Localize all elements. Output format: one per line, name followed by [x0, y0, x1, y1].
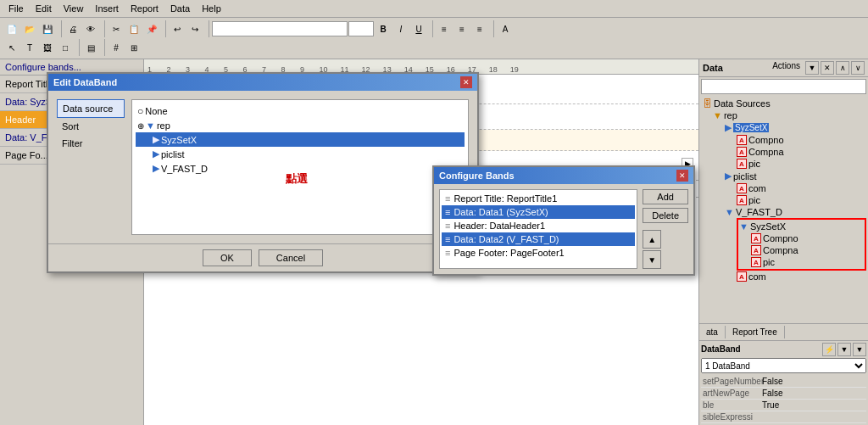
font-size-input[interactable]: [348, 21, 374, 36]
tb-paste[interactable]: 📌: [143, 20, 160, 37]
cfg-item-2[interactable]: ≡ Header: DataHeader1: [442, 219, 635, 232]
cfg-down-button[interactable]: ▼: [643, 250, 661, 269]
tb-band[interactable]: ▤: [82, 39, 99, 56]
tree-node-vfastd[interactable]: ▼ V_FAST_D: [701, 206, 866, 218]
tb-italic[interactable]: I: [392, 20, 409, 37]
tb-preview[interactable]: 👁: [82, 20, 99, 37]
tb-snap[interactable]: ⊞: [125, 39, 142, 56]
cfg-up-button[interactable]: ▲: [643, 230, 661, 249]
tab-data[interactable]: ata: [699, 326, 726, 338]
tb-bold[interactable]: B: [375, 20, 392, 37]
tree-node-pic-3[interactable]: A pic: [739, 256, 864, 268]
configure-bands-titlebar[interactable]: Configure Bands ✕: [434, 167, 693, 184]
tb-open[interactable]: 📂: [21, 20, 38, 37]
menu-insert[interactable]: Insert: [90, 2, 124, 15]
tb-sep-2: [102, 20, 105, 37]
tb-text[interactable]: T: [21, 39, 38, 56]
props-btn-1[interactable]: ⚡: [822, 343, 836, 356]
edit-databand-close[interactable]: ✕: [460, 76, 472, 88]
tree-node-compna-1[interactable]: A Compna: [701, 146, 866, 158]
font-family-input[interactable]: [212, 21, 348, 36]
tb-align-left[interactable]: ≡: [436, 20, 453, 37]
dst-label-vfastd: V_FAST_D: [161, 164, 208, 174]
menu-data[interactable]: Data: [165, 2, 195, 15]
tree-node-syzsetx-vfast[interactable]: ▼ SyzSetX: [739, 221, 864, 232]
tree-node-datasources[interactable]: 🗄 Data Sources: [701, 98, 866, 109]
configure-bands-dialog: Configure Bands ✕ ≡ Report Title: Report…: [432, 165, 695, 276]
table-icon-syzsetx: ▶: [725, 122, 732, 133]
tree-node-syzsetx[interactable]: ▶ SyzSetX: [701, 121, 866, 134]
dst-icon-piclist: ▶: [153, 148, 159, 159]
tab-report-tree[interactable]: Report Tree: [726, 326, 785, 338]
dst-piclist[interactable]: ▶ piclist: [136, 147, 465, 161]
configure-bands-body: ≡ Report Title: ReportTitle1 ≡ Data: Dat…: [434, 184, 693, 274]
tb-new[interactable]: 📄: [3, 20, 20, 37]
tree-label-compna1: Compna: [748, 147, 784, 157]
field-icon-a5: A: [737, 195, 747, 205]
tree-node-com-1[interactable]: A com: [701, 182, 866, 194]
menu-view[interactable]: View: [58, 2, 89, 15]
tb-redo[interactable]: ↪: [186, 20, 203, 37]
cfg-item-label-2: Header: DataHeader1: [453, 221, 545, 231]
tb-cut[interactable]: ✂: [108, 20, 125, 37]
tree-node-piclist[interactable]: ▶ piclist: [701, 170, 866, 182]
configure-bands-close[interactable]: ✕: [676, 170, 688, 182]
tb-undo[interactable]: ↩: [169, 20, 186, 37]
edit-databand-titlebar[interactable]: Edit DataBand ✕: [48, 74, 477, 91]
cfg-item-1[interactable]: ≡ Data: Data1 (SyzSetX): [442, 205, 635, 219]
field-icon-a8: A: [751, 257, 761, 267]
tb-color[interactable]: A: [497, 20, 514, 37]
cancel-button[interactable]: Cancel: [259, 249, 323, 266]
tree-node-compna-2[interactable]: A Compna: [739, 244, 864, 256]
ok-button[interactable]: OK: [203, 249, 252, 266]
prop-key-4: sibleExpressi: [701, 411, 760, 422]
tb-copy[interactable]: 📋: [125, 20, 142, 37]
tree-label-piclist: piclist: [733, 171, 757, 182]
cfg-item-4[interactable]: ≡ Page Footer: PageFooter1: [442, 246, 635, 260]
tb-shape[interactable]: □: [57, 39, 74, 56]
props-btn-2[interactable]: ▼: [837, 343, 851, 356]
rp-btn-down[interactable]: ∨: [851, 61, 865, 75]
tree-node-compno-1[interactable]: A Compno: [701, 134, 866, 146]
menu-edit[interactable]: Edit: [31, 2, 57, 15]
menu-report[interactable]: Report: [125, 2, 164, 15]
cfg-item-label-0: Report Title: ReportTitle1: [453, 193, 557, 204]
tree-node-rep[interactable]: ▼ rep: [701, 109, 866, 121]
nav-item-datasource[interactable]: Data source: [57, 99, 125, 118]
tb-print[interactable]: 🖨: [64, 20, 81, 37]
field-icon-a1: A: [737, 135, 747, 145]
tb-image[interactable]: 🖼: [39, 39, 56, 56]
add-band-button[interactable]: Add: [643, 189, 688, 204]
menu-help[interactable]: Help: [197, 2, 226, 15]
dst-none[interactable]: ○ None: [136, 103, 465, 119]
tb-align-center[interactable]: ≡: [453, 20, 470, 37]
search-input[interactable]: [701, 79, 866, 94]
tree-node-pic-1[interactable]: A pic: [701, 158, 866, 170]
tree-node-pic-2[interactable]: A pic: [701, 194, 866, 206]
menu-file[interactable]: File: [3, 2, 29, 15]
props-btn-3[interactable]: ▼: [853, 343, 866, 356]
field-icon-a4: A: [737, 183, 747, 193]
tree-node-com-2[interactable]: A com: [701, 271, 866, 282]
rp-btn-x[interactable]: ✕: [821, 61, 834, 75]
rp-btn-up[interactable]: ∧: [836, 61, 849, 75]
delete-band-button[interactable]: Delete: [643, 208, 688, 223]
props-dropdown[interactable]: 1 DataBand: [701, 358, 866, 373]
cfg-item-3[interactable]: ≡ Data: Data2 (V_FAST_D): [442, 232, 635, 246]
cfg-item-icon-1: ≡: [445, 207, 450, 217]
dst-syzsetx[interactable]: ▶ SyzSetX: [136, 132, 465, 147]
tree-node-compno-2[interactable]: A Compno: [739, 232, 864, 244]
dst-rep[interactable]: ⊕ ▼ rep: [136, 119, 465, 132]
tree-label-vfastd: V_FAST_D: [736, 207, 782, 217]
nav-item-filter[interactable]: Filter: [57, 135, 125, 152]
menubar: File Edit View Insert Report Data Help: [0, 0, 868, 18]
tb-save[interactable]: 💾: [39, 20, 56, 37]
tb-underline[interactable]: U: [410, 20, 427, 37]
cfg-item-0[interactable]: ≡ Report Title: ReportTitle1: [442, 192, 635, 205]
edit-databand-title: Edit DataBand: [53, 77, 117, 87]
tb-align-right[interactable]: ≡: [471, 20, 488, 37]
tb-select[interactable]: ↖: [3, 39, 20, 56]
rp-btn-1[interactable]: ▼: [805, 61, 819, 75]
nav-item-sort[interactable]: Sort: [57, 118, 125, 135]
tb-grid[interactable]: #: [108, 39, 125, 56]
